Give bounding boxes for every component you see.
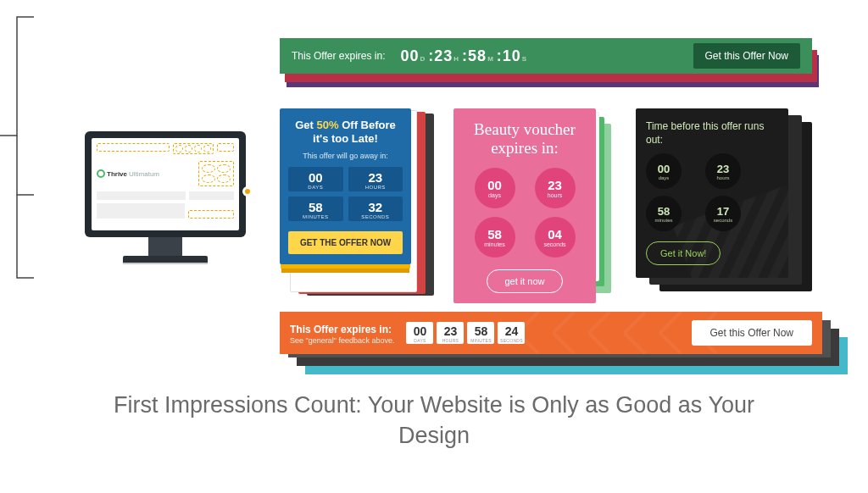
topbar-cta-button[interactable]: Get this Offer Now [693, 43, 800, 69]
brand-text: Thrive [107, 170, 127, 178]
blue-cta-button[interactable]: GET THE OFFER NOW [288, 231, 403, 254]
dark-card: Time before this offer runs out: 00days … [636, 108, 788, 278]
bottombar-countdown: 00DAYS 23HOURS 58MINUTES 24SECONDS [406, 322, 525, 344]
blue-card-sub: This offer will go away in: [288, 152, 403, 160]
pink-card-stack: Beauty voucher expires in: 00days 23hour… [453, 108, 602, 291]
blue-countdown: 00DAYS 23HOURS 58MINUTES 32SECONDS [288, 167, 403, 221]
bottombar-orange: This Offer expires in: See "general" fee… [280, 312, 822, 354]
brand-text-2: Ultimatum [129, 170, 159, 178]
topbar-countdown: 00D: 23H: 58M: 10S [400, 47, 530, 65]
bottombar-label: This Offer expires in: [290, 324, 392, 335]
dark-countdown: 00days 23hours 58minutes 17seconds [646, 153, 758, 231]
pink-card: Beauty voucher expires in: 00days 23hour… [453, 108, 596, 303]
blue-card: Get 50% Off Before it's too Late! This o… [280, 108, 411, 264]
connector-lines [0, 0, 37, 280]
blue-card-stack: Get 50% Off Before it's too Late! This o… [280, 108, 420, 291]
dark-cta-button[interactable]: Get it Now! [646, 241, 721, 265]
pink-cta-button[interactable]: get it now [487, 269, 562, 293]
pink-countdown: 00days 23hours 58minutes 04seconds [469, 168, 581, 258]
monitor-illustration: ThriveUltimatum [85, 131, 246, 263]
topbar-template-stack: This Offer expires in: 00D: 23H: 58M: 10… [280, 38, 822, 85]
topbar-label: This Offer expires in: [292, 50, 385, 62]
bottombar-template-stack: DAYSHOURSMINUTESSECONDS This Offer expir… [280, 312, 822, 354]
dark-card-title: Time before this offer runs out: [646, 120, 778, 147]
bottombar-cta-button[interactable]: Get this Offer Now [692, 320, 812, 346]
section-heading: First Impressions Count: Your Website is… [0, 390, 868, 451]
topbar-green: This Offer expires in: 00D: 23H: 58M: 10… [280, 38, 812, 74]
bottombar-sublabel: See "general" feedback above. [290, 336, 394, 345]
connector-dot [242, 186, 253, 197]
pink-card-title: Beauty voucher expires in: [464, 120, 586, 158]
dark-card-stack: Time before this offer runs out: 00days … [636, 108, 801, 291]
blue-card-title: Get 50% Off Before it's too Late! [288, 119, 403, 147]
